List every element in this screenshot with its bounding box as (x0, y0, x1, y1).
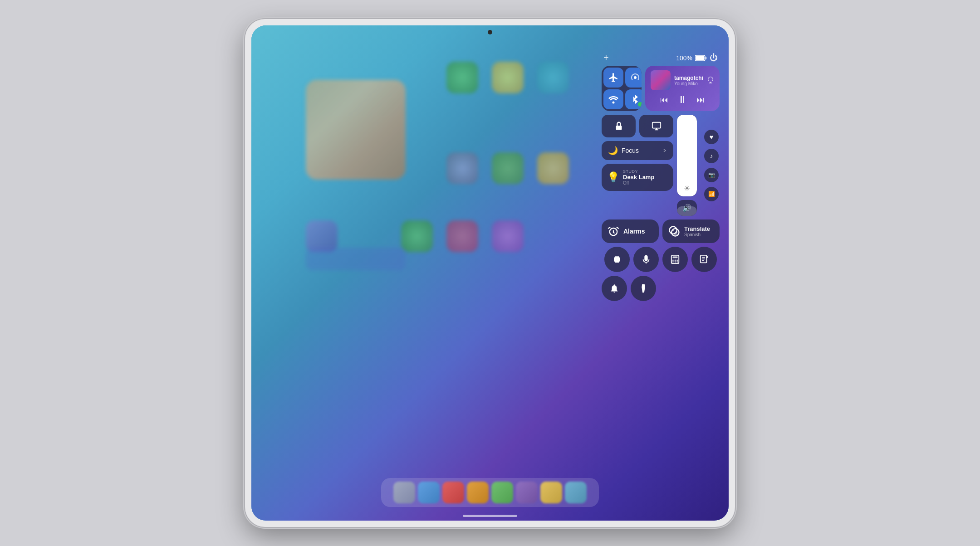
cc-row-1: tamagotchi Young Miko ⏮ ⏸ ⏭ (602, 66, 720, 111)
dock-app-2[interactable] (418, 482, 440, 503)
dock-app-5[interactable] (491, 482, 513, 503)
torch-icon (638, 283, 648, 293)
np-top: tamagotchi Young Miko (651, 70, 714, 90)
bluetooth-button[interactable] (625, 89, 642, 109)
volume-icon: 🔊 (682, 204, 691, 212)
volume-slider[interactable]: 🔊 (677, 200, 697, 216)
svg-rect-6 (652, 122, 660, 128)
flashlight-button[interactable] (631, 276, 656, 301)
airplay-button[interactable] (707, 77, 714, 84)
screen-mirror-button[interactable] (639, 115, 673, 137)
svg-point-21 (676, 261, 678, 263)
app-icon-11 (492, 220, 524, 252)
track-title: tamagotchi (674, 75, 703, 81)
alarms-tile[interactable]: Alarms (602, 219, 659, 243)
record-icon: ⏺ (612, 253, 622, 265)
cc-status-area: 100% ⏻ (676, 53, 718, 63)
prev-track-button[interactable]: ⏮ (660, 95, 668, 105)
svg-rect-15 (673, 257, 678, 258)
ipad-screen: + 100% ⏻ (251, 25, 729, 521)
svg-point-16 (672, 259, 674, 261)
app-icon-1 (306, 80, 406, 180)
svg-text:文: 文 (674, 231, 678, 235)
alarms-label: Alarms (623, 228, 645, 235)
home-device-status: Off (623, 180, 654, 185)
svg-point-18 (676, 259, 678, 261)
focus-chevron-icon (662, 148, 667, 153)
svg-point-19 (672, 261, 674, 263)
airdrop-button[interactable] (625, 68, 642, 88)
ipad-frame: + 100% ⏻ (245, 19, 735, 527)
screen-mirror-icon (652, 121, 662, 131)
translate-label: Translate (684, 225, 710, 232)
notifications-button[interactable] (602, 276, 627, 301)
cc-top-bar: + 100% ⏻ (602, 53, 720, 63)
airdrop-icon (630, 72, 641, 83)
svg-rect-2 (696, 56, 705, 60)
dock (381, 478, 599, 507)
heart-icon: ♥ (710, 133, 713, 141)
dock-app-6[interactable] (516, 482, 538, 503)
notes-button[interactable] (691, 247, 717, 272)
svg-rect-26 (642, 287, 644, 288)
wifi-button[interactable] (603, 89, 623, 109)
dock-app-3[interactable] (442, 482, 464, 503)
app-icon-6 (492, 152, 524, 184)
power-button-icon[interactable]: ⏻ (710, 53, 718, 63)
cc-customize-button[interactable]: + (603, 53, 609, 63)
translate-language: Spanish (684, 232, 710, 237)
control-center: + 100% ⏻ (602, 53, 720, 301)
app-icon-3 (492, 62, 524, 93)
screen-record-button[interactable]: ⏺ (604, 247, 630, 272)
notes-icon (699, 254, 709, 264)
brightness-slider[interactable]: ☀ (677, 115, 697, 196)
home-control-tile[interactable]: 💡 Study Desk Lamp Off (602, 164, 673, 191)
screen-lock-button[interactable] (602, 115, 636, 137)
calc-icon (670, 254, 680, 264)
album-art (651, 70, 671, 90)
voice-memo-button[interactable] (633, 247, 659, 272)
translate-icon: A 文 (668, 225, 681, 238)
app-icon-5 (446, 152, 478, 184)
blurred-widget-bar (306, 248, 406, 270)
translate-tile[interactable]: A 文 Translate Spanish (662, 219, 720, 243)
dock-app-1[interactable] (393, 482, 415, 503)
app-icon-4 (537, 62, 569, 93)
lock-icon (614, 121, 624, 131)
camera-icon: 📷 (708, 172, 715, 178)
now-playing-tile: tamagotchi Young Miko ⏮ ⏸ ⏭ (645, 66, 720, 111)
svg-point-17 (675, 259, 676, 261)
airplane-mode-button[interactable] (603, 68, 623, 88)
app-icon-10 (446, 220, 478, 252)
dock-app-4[interactable] (467, 482, 489, 503)
home-indicator[interactable] (463, 515, 517, 517)
brightness-icon: ☀ (684, 184, 690, 193)
alarm-icon (607, 225, 620, 238)
focus-label: Focus (622, 147, 659, 154)
airplane-icon (608, 72, 619, 83)
home-device-label: Desk Lamp (623, 174, 654, 180)
home-label-group: Study Desk Lamp Off (623, 169, 654, 185)
play-pause-button[interactable]: ⏸ (677, 94, 687, 106)
focus-tile[interactable]: 🌙 Focus (602, 141, 673, 160)
track-artist: Young Miko (674, 81, 703, 86)
voice-icon (641, 254, 651, 264)
app-icon-7 (537, 152, 569, 184)
svg-rect-12 (644, 255, 647, 261)
music-note-icon: ♪ (710, 152, 713, 160)
heart-button[interactable]: ♥ (704, 130, 719, 144)
signal-button[interactable]: 📶 (704, 187, 719, 201)
app-icon-2 (446, 62, 478, 93)
svg-rect-5 (616, 126, 622, 130)
signal-icon: 📶 (708, 191, 715, 197)
camera-access-button[interactable]: 📷 (704, 168, 719, 182)
calculator-button[interactable] (662, 247, 688, 272)
svg-point-20 (675, 261, 676, 263)
dock-app-7[interactable] (540, 482, 562, 503)
music-button[interactable]: ♪ (704, 149, 719, 163)
svg-point-3 (634, 76, 637, 79)
bell-icon (609, 283, 619, 293)
next-track-button[interactable]: ⏭ (696, 95, 705, 105)
battery-icon (695, 55, 707, 61)
dock-app-8[interactable] (565, 482, 587, 503)
